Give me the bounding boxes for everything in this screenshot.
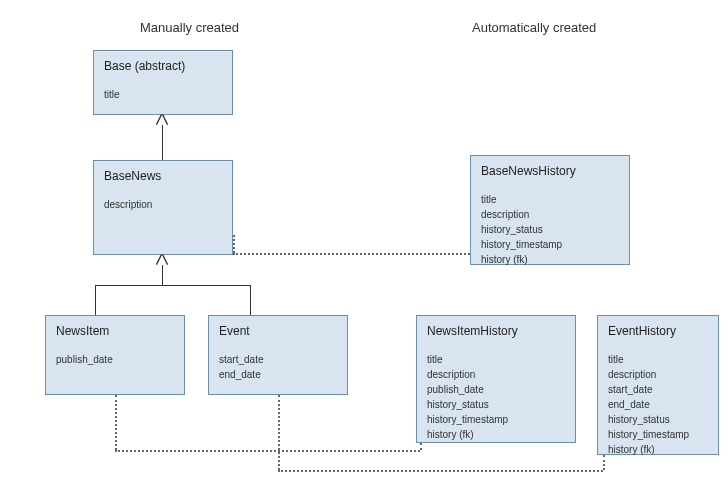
- label-auto: Automatically created: [472, 20, 596, 35]
- box-field: history (fk): [481, 252, 619, 267]
- dotted-connector: [420, 443, 422, 450]
- box-field: start_date: [219, 352, 337, 367]
- dotted-connector: [603, 455, 605, 470]
- arrow-head-icon: [157, 255, 167, 265]
- box-eventhistory: EventHistory title description start_dat…: [597, 315, 719, 455]
- inheritance-arrow: [162, 265, 163, 285]
- dotted-connector: [115, 395, 117, 450]
- box-title: BaseNewsHistory: [481, 164, 619, 178]
- connector: [95, 285, 96, 315]
- box-field: history_status: [481, 222, 619, 237]
- box-field: description: [481, 207, 619, 222]
- box-field: end_date: [608, 397, 708, 412]
- box-field: title: [104, 87, 222, 102]
- dotted-connector: [115, 450, 420, 452]
- connector: [250, 285, 251, 315]
- box-field: start_date: [608, 382, 708, 397]
- box-title: Event: [219, 324, 337, 338]
- box-event: Event start_date end_date: [208, 315, 348, 395]
- inheritance-arrow: [162, 125, 163, 160]
- box-field: description: [104, 197, 222, 212]
- dotted-connector: [278, 470, 603, 472]
- box-title: EventHistory: [608, 324, 708, 338]
- arrow-head-icon: [157, 115, 167, 125]
- box-base: Base (abstract) title: [93, 50, 233, 115]
- box-title: BaseNews: [104, 169, 222, 183]
- box-title: Base (abstract): [104, 59, 222, 73]
- connector: [95, 285, 250, 286]
- box-field: history (fk): [608, 442, 708, 457]
- box-title: NewsItemHistory: [427, 324, 565, 338]
- box-newsitem: NewsItem publish_date: [45, 315, 185, 395]
- dotted-connector: [233, 235, 235, 253]
- box-field: title: [427, 352, 565, 367]
- dotted-connector: [278, 395, 280, 470]
- box-field: history_status: [427, 397, 565, 412]
- box-field: history (fk): [427, 427, 565, 442]
- box-field: description: [427, 367, 565, 382]
- box-title: NewsItem: [56, 324, 174, 338]
- box-field: history_status: [608, 412, 708, 427]
- box-field: title: [608, 352, 708, 367]
- box-field: title: [481, 192, 619, 207]
- label-manual: Manually created: [140, 20, 239, 35]
- box-field: publish_date: [427, 382, 565, 397]
- box-field: publish_date: [56, 352, 174, 367]
- box-field: end_date: [219, 367, 337, 382]
- box-field: history_timestamp: [427, 412, 565, 427]
- box-basenewshistory: BaseNewsHistory title description histor…: [470, 155, 630, 265]
- dotted-connector: [233, 253, 470, 255]
- box-field: history_timestamp: [608, 427, 708, 442]
- box-basenews: BaseNews description: [93, 160, 233, 255]
- box-field: description: [608, 367, 708, 382]
- box-field: history_timestamp: [481, 237, 619, 252]
- box-newsitemhistory: NewsItemHistory title description publis…: [416, 315, 576, 443]
